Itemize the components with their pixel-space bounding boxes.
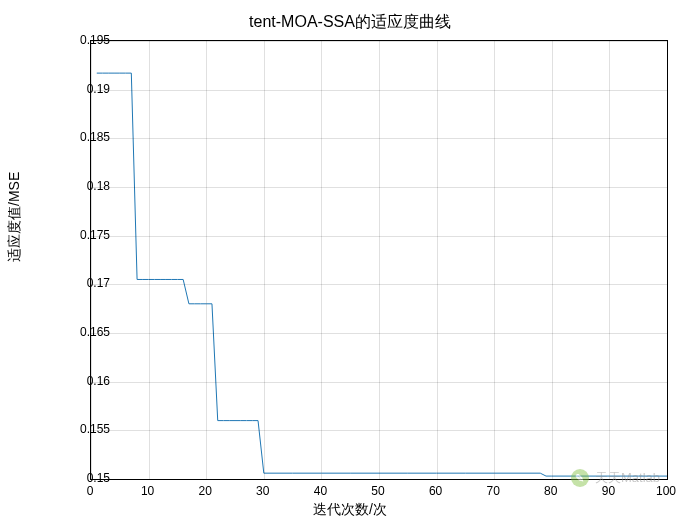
y-tick-label: 0.195 (60, 33, 110, 47)
x-axis-label: 迭代次数/次 (0, 501, 700, 519)
x-tick-label: 20 (185, 484, 225, 498)
grid-line-v (667, 41, 668, 479)
x-tick-label: 60 (416, 484, 456, 498)
x-tick-label: 10 (128, 484, 168, 498)
chart-container: tent-MOA-SSA的适应度曲线 适应度值/MSE 迭代次数/次 ✎ 天天M… (0, 0, 700, 525)
x-tick-label: 40 (300, 484, 340, 498)
y-tick-label: 0.19 (60, 82, 110, 96)
y-tick-label: 0.17 (60, 276, 110, 290)
x-tick-label: 50 (358, 484, 398, 498)
grid-line-v (264, 41, 265, 479)
chart-title: tent-MOA-SSA的适应度曲线 (0, 12, 700, 33)
grid-line-v (437, 41, 438, 479)
y-tick-label: 0.15 (60, 471, 110, 485)
y-tick-label: 0.185 (60, 130, 110, 144)
grid-line-v (321, 41, 322, 479)
y-axis-label: 适应度值/MSE (6, 172, 24, 262)
grid-line-v (609, 41, 610, 479)
x-tick-label: 30 (243, 484, 283, 498)
grid-line-v (206, 41, 207, 479)
grid-line-v (379, 41, 380, 479)
x-tick-label: 80 (531, 484, 571, 498)
y-tick-label: 0.155 (60, 422, 110, 436)
grid-line-v (494, 41, 495, 479)
y-tick-label: 0.16 (60, 374, 110, 388)
grid-line-v (552, 41, 553, 479)
x-tick-label: 70 (473, 484, 513, 498)
y-tick-label: 0.165 (60, 325, 110, 339)
x-tick-label: 100 (646, 484, 686, 498)
grid-line-v (91, 41, 92, 479)
wechat-icon: ✎ (571, 469, 589, 487)
plot-area (90, 40, 668, 480)
grid-line-v (149, 41, 150, 479)
x-tick-label: 0 (70, 484, 110, 498)
y-tick-label: 0.175 (60, 228, 110, 242)
x-tick-label: 90 (588, 484, 628, 498)
y-tick-label: 0.18 (60, 179, 110, 193)
